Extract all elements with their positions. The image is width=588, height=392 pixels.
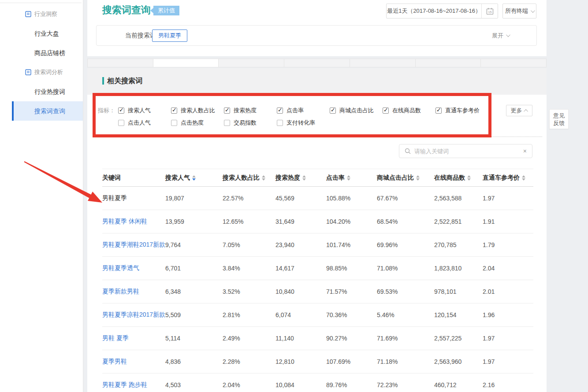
metric-checkbox[interactable]: 搜索人气 xyxy=(118,105,171,116)
metric-checkbox[interactable]: 搜索人数占比 xyxy=(171,105,224,116)
table-column-header[interactable]: 直通车参考价 xyxy=(483,174,533,182)
column-header-label: 搜索热度 xyxy=(275,174,300,182)
cell-searcher-share: 2.04% xyxy=(223,381,275,388)
expand-toggle[interactable]: 展开 xyxy=(492,26,509,45)
tab-segment[interactable] xyxy=(284,59,350,67)
metric-checkbox[interactable]: 直通车参考价 xyxy=(435,105,488,116)
sidebar-divider xyxy=(0,3,82,3)
cell-online-items: 460,712 xyxy=(434,381,483,388)
metric-checkbox[interactable]: 搜索热度 xyxy=(224,105,277,116)
sidebar-item-searchword-query[interactable]: 搜索词查询 xyxy=(12,101,83,121)
sidebar-group-label: 行业洞察 xyxy=(34,4,57,24)
date-range-value[interactable]: 最近1天（2017-08-16~2017-08-16） xyxy=(387,4,482,18)
metric-checkbox-label: 直通车参考价 xyxy=(445,107,480,115)
keyword-link[interactable]: 男鞋夏季 休闲鞋 xyxy=(102,218,165,226)
tab-segment[interactable] xyxy=(415,59,481,67)
cell-search-heat: 10,840 xyxy=(275,288,326,295)
keyword-link[interactable]: 男鞋夏季潮鞋2017新款 xyxy=(102,241,165,249)
metric-checkbox[interactable]: 点击率 xyxy=(277,105,330,116)
sidebar-group-industry-insight[interactable]: 行业洞察 xyxy=(0,4,83,24)
metric-checkbox-label: 搜索人数占比 xyxy=(181,107,215,115)
current-keyword-chip[interactable]: 男鞋夏季 xyxy=(152,30,187,42)
cell-online-items: 270,785 xyxy=(434,241,483,248)
feedback-button[interactable]: 意见 反馈 xyxy=(549,109,569,129)
tab-segment-active[interactable] xyxy=(153,59,219,67)
cell-search-heat: 10,084 xyxy=(275,381,326,388)
sort-icon xyxy=(302,175,306,181)
table-row: 男鞋夏季凉鞋2017新款 5,509 2.81% 6,074 70.36% 5.… xyxy=(102,303,533,327)
sidebar-item-industry-market[interactable]: 行业大盘 xyxy=(0,24,83,43)
cell-click-rate: 107.69% xyxy=(326,358,377,365)
keyword-link[interactable]: 男鞋夏季凉鞋2017新款 xyxy=(102,311,165,319)
sort-icon xyxy=(347,175,350,181)
table-column-header[interactable]: 搜索人气 xyxy=(165,174,223,182)
cumulative-badge: 累计值 xyxy=(153,6,179,15)
checkbox-icon xyxy=(277,120,283,126)
sidebar: 行业洞察 行业大盘 商品店铺榜 搜索词分析 行业热搜词 搜索词查询 xyxy=(0,0,83,392)
cell-search-heat: 11,140 xyxy=(275,335,326,342)
table-row: 男鞋夏季 跑步鞋 4,503 2.04% 10,084 89.76% 72.23… xyxy=(102,374,533,392)
metric-checkbox[interactable]: 商城点击占比 xyxy=(330,105,383,116)
keyword-link[interactable]: 男鞋 夏季 xyxy=(102,334,165,342)
table-column-header[interactable]: 搜索人数占比 xyxy=(223,174,275,182)
svg-text:15: 15 xyxy=(488,11,491,14)
cell-searcher-share: 2.49% xyxy=(223,335,275,342)
cell-click-rate: 90.27% xyxy=(326,335,377,342)
cell-click-rate: 89.76% xyxy=(326,381,377,388)
cell-mall-click-share: 69.96% xyxy=(377,241,434,248)
cell-search-heat: 45,569 xyxy=(275,195,326,202)
sidebar-item-industry-hot-words[interactable]: 行业热搜词 xyxy=(0,82,83,101)
table-column-header[interactable]: 商城点击占比 xyxy=(377,174,434,182)
cell-click-rate: 70.36% xyxy=(326,311,377,318)
cell-click-rate: 71.57% xyxy=(326,288,377,295)
metric-checkbox[interactable]: 点击人气 xyxy=(118,118,171,128)
tab-segment[interactable] xyxy=(480,59,547,67)
cell-search-popularity: 5,509 xyxy=(165,311,223,318)
keyword-link[interactable]: 夏季新款男鞋 xyxy=(102,288,165,296)
calendar-button[interactable]: 15 xyxy=(482,4,498,18)
column-header-label: 关键词 xyxy=(102,174,121,182)
table-column-header[interactable]: 搜索热度 xyxy=(275,174,326,182)
checkbox-icon xyxy=(277,107,283,114)
cell-search-popularity: 9,764 xyxy=(165,241,223,248)
sort-up-arrow xyxy=(467,175,471,178)
cell-searcher-share: 7.05% xyxy=(223,241,275,248)
sidebar-group-searchword-analysis[interactable]: 搜索词分析 xyxy=(0,63,83,82)
cell-search-popularity: 6,348 xyxy=(165,288,223,295)
metric-checkbox[interactable]: 在线商品数 xyxy=(383,105,435,116)
cell-mall-click-share: 67.67% xyxy=(377,195,434,202)
table-column-header[interactable]: 关键词 xyxy=(102,174,165,182)
keyword-link[interactable]: 男鞋夏季 xyxy=(102,194,165,202)
keyword-link[interactable]: 夏季男鞋 xyxy=(102,358,165,366)
column-header-label: 点击率 xyxy=(326,174,345,182)
more-button[interactable]: 更多 xyxy=(506,105,532,116)
cell-ztc-ref-price: 2.04 xyxy=(483,265,533,272)
sort-up-arrow xyxy=(192,175,196,178)
metric-checkbox[interactable]: 交易指数 xyxy=(224,118,277,128)
chevron-down-icon xyxy=(506,33,510,37)
keyword-link[interactable]: 男鞋夏季 跑步鞋 xyxy=(102,381,165,389)
metric-checkbox[interactable]: 支付转化率 xyxy=(277,118,330,128)
table-column-header[interactable]: 在线商品数 xyxy=(434,174,483,182)
sidebar-item-product-shop-rank[interactable]: 商品店铺榜 xyxy=(0,43,83,63)
keyword-link[interactable]: 男鞋夏季透气 xyxy=(102,264,165,272)
clear-icon[interactable]: × xyxy=(523,148,527,155)
report-icon xyxy=(25,69,31,75)
table-column-header[interactable]: 点击率 xyxy=(326,174,377,182)
terminal-select[interactable]: 所有终端 xyxy=(502,4,536,18)
tab-segment[interactable] xyxy=(218,59,284,67)
metric-checkbox[interactable]: 点击热度 xyxy=(171,118,224,128)
checkbox-icon xyxy=(383,107,389,114)
cell-search-popularity: 6,701 xyxy=(165,265,223,272)
related-searchwords-card: 相关搜索词 指标： 搜索人气 搜索人数占比 搜索热度 点击率 商城点击占比 xyxy=(87,68,547,392)
cell-searcher-share: 2.28% xyxy=(223,358,275,365)
cell-online-items: 978,101 xyxy=(434,288,483,295)
cell-mall-click-share: 72.23% xyxy=(377,381,434,388)
sort-up-arrow xyxy=(416,175,420,178)
tab-segment[interactable] xyxy=(350,59,416,67)
cell-search-popularity: 4,503 xyxy=(165,381,223,388)
tab-segment[interactable] xyxy=(87,59,153,67)
keyword-search-input[interactable] xyxy=(414,148,520,155)
cell-mall-click-share: 71.18% xyxy=(377,358,434,365)
sort-down-arrow xyxy=(302,178,306,181)
